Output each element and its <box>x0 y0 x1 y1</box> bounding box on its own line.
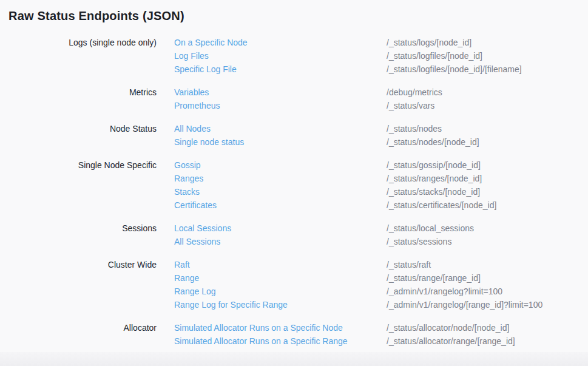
endpoint-group: Single Node SpecificGossip/_status/gossi… <box>0 158 588 212</box>
endpoint-link[interactable]: Range Log for Specific Range <box>174 298 288 311</box>
endpoint-link[interactable]: Range Log <box>174 285 216 298</box>
endpoint-path: /_admin/v1/rangelog?limit=100 <box>387 285 588 298</box>
endpoint-path: /_status/local_sessions <box>387 222 588 235</box>
endpoint-link[interactable]: All Sessions <box>174 235 220 248</box>
endpoint-path: /_status/sessions <box>387 235 588 248</box>
endpoint-group: Cluster WideRaft/_status/raftRange/_stat… <box>0 258 588 311</box>
endpoint-path: /_status/certificates/[node_id] <box>387 198 588 212</box>
endpoint-path: /_status/range/[range_id] <box>387 271 588 285</box>
category-label: Cluster Wide <box>0 258 174 271</box>
endpoint-link[interactable]: On a Specific Node <box>174 36 248 49</box>
endpoint-group: SessionsLocal Sessions/_status/local_ses… <box>0 222 588 248</box>
endpoint-path: /_status/vars <box>387 99 588 112</box>
raw-status-endpoints-page: Raw Status Endpoints (JSON) Logs (single… <box>0 0 588 348</box>
endpoint-groups: Logs (single node only)On a Specific Nod… <box>0 36 588 348</box>
category-label: Allocator <box>0 321 174 334</box>
endpoint-link[interactable]: Stacks <box>174 185 200 198</box>
endpoint-link[interactable]: Gossip <box>174 158 201 172</box>
category-label: Logs (single node only) <box>0 36 174 49</box>
endpoint-link[interactable]: Simulated Allocator Runs on a Specific N… <box>174 321 343 334</box>
endpoint-link[interactable]: Local Sessions <box>174 222 231 235</box>
endpoint-link[interactable]: Range <box>174 271 199 285</box>
endpoint-group: MetricsVariables/debug/metricsPrometheus… <box>0 86 588 112</box>
category-label: Sessions <box>0 222 174 235</box>
endpoint-path: /_status/allocator/range/[range_id] <box>387 334 588 348</box>
endpoint-link[interactable]: Simulated Allocator Runs on a Specific R… <box>174 334 348 348</box>
endpoint-link[interactable]: Variables <box>174 86 209 99</box>
endpoint-path: /_status/logs/[node_id] <box>387 36 588 49</box>
endpoint-path: /_status/nodes/[node_id] <box>387 135 588 149</box>
footer-band <box>0 352 588 366</box>
endpoint-link[interactable]: Ranges <box>174 172 203 185</box>
endpoint-link[interactable]: Log Files <box>174 49 209 63</box>
endpoint-link[interactable]: Prometheus <box>174 99 220 112</box>
endpoint-group: AllocatorSimulated Allocator Runs on a S… <box>0 321 588 348</box>
endpoint-group: Node StatusAll Nodes/_status/nodesSingle… <box>0 122 588 149</box>
endpoint-link[interactable]: Single node status <box>174 135 244 149</box>
endpoint-link[interactable]: Specific Log File <box>174 63 237 76</box>
endpoint-path: /_status/allocator/node/[node_id] <box>387 321 588 334</box>
endpoint-path: /_status/ranges/[node_id] <box>387 172 588 185</box>
endpoint-path: /_status/stacks/[node_id] <box>387 185 588 198</box>
endpoint-path: /_admin/v1/rangelog/[range_id]?limit=100 <box>387 298 588 311</box>
category-label: Metrics <box>0 86 174 99</box>
endpoint-path: /_status/raft <box>387 258 588 271</box>
endpoint-path: /debug/metrics <box>387 86 588 99</box>
category-label: Node Status <box>0 122 174 135</box>
endpoint-path: /_status/gossip/[node_id] <box>387 158 588 172</box>
endpoint-link[interactable]: All Nodes <box>174 122 211 135</box>
category-label: Single Node Specific <box>0 158 174 172</box>
endpoint-link[interactable]: Raft <box>174 258 190 271</box>
endpoint-link[interactable]: Certificates <box>174 198 217 212</box>
endpoint-path: /_status/nodes <box>387 122 588 135</box>
page-title: Raw Status Endpoints (JSON) <box>0 0 588 23</box>
endpoint-group: Logs (single node only)On a Specific Nod… <box>0 36 588 76</box>
endpoint-path: /_status/logfiles/[node_id] <box>387 49 588 63</box>
endpoint-path: /_status/logfiles/[node_id]/[filename] <box>387 63 588 76</box>
